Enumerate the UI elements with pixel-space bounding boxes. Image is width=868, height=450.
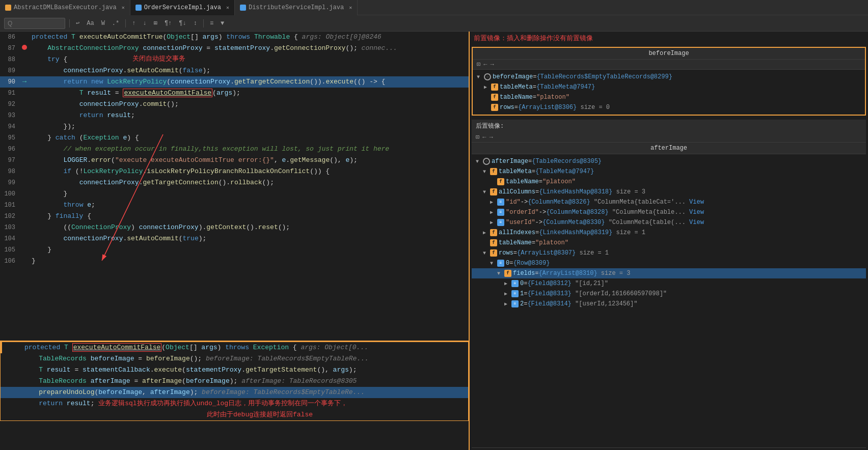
line-num-88: 88 — [0, 56, 19, 63]
after-val-id: {ColumnMeta@8326} — [528, 199, 590, 206]
toolbar-back[interactable]: ↩ — [74, 18, 82, 28]
tree-icon-oo-after: ○ — [483, 158, 490, 165]
toolbar-up[interactable]: ↑ — [130, 19, 138, 28]
after-view-orderid[interactable]: View — [686, 209, 704, 216]
before-toolbar-grid[interactable]: ⊡ — [477, 61, 480, 68]
tree-row-after-tablename[interactable]: f tableName = "platoon" — [472, 238, 866, 248]
before-image-header: beforeImage — [473, 48, 865, 60]
after-key-allcols: allColumns — [499, 188, 535, 195]
after-view-id[interactable]: View — [686, 199, 704, 206]
tab-order[interactable]: OrderServiceImpl.java ✕ — [130, 0, 235, 15]
toolbar-para-down[interactable]: ¶↓ — [177, 19, 188, 28]
code-line-90: 90 → return new LockRetryPolicy(connecti… — [0, 76, 469, 88]
line-num-102: 102 — [0, 213, 19, 220]
tree-row-after-root[interactable]: ▼ ○ afterImage = {TableRecords@8305} — [472, 156, 866, 166]
after-eq-fields: = — [535, 270, 538, 277]
tree-row-after-field0[interactable]: ▶ ≡ 0 = {Field@8312} "[id,21]" — [472, 278, 866, 289]
code-line-102: 102 } finally { — [0, 211, 469, 222]
code-line-101: 101 throw e; — [0, 200, 469, 211]
after-val-allcols: {LinkedHashMap@8318} — [539, 188, 612, 195]
toolbar-grid[interactable]: ⊞ — [152, 18, 159, 28]
line-content-99: connectionProxy.getTargetConnection().ro… — [30, 177, 469, 188]
line-content-105: } — [30, 244, 469, 256]
tab-abstract[interactable]: AbstractDMLBaseExecutor.java ✕ — [0, 0, 130, 15]
tree-arrow-after-id: ▶ — [490, 199, 497, 205]
top-right-label: 前置镜像：插入和删除操作没有前置镜像 — [470, 32, 868, 45]
toolbar-regex[interactable]: .* — [110, 19, 121, 28]
after-eq-field1: = — [524, 290, 527, 297]
tree-row-after-field2[interactable]: ▶ ≡ 2 = {Field@8314} "[userId,123456]" — [472, 299, 866, 309]
tree-row-after-rows[interactable]: ▼ f rows = {ArrayList@8307} size = 1 — [472, 248, 866, 258]
tree-row-after-allindexes[interactable]: ▶ f allIndexes = {LinkedHashMap@8319} si… — [472, 228, 866, 238]
toolbar-align[interactable]: ≡ — [208, 19, 215, 28]
tree-icon-list-field2: ≡ — [511, 300, 519, 307]
after-toolbar-grid[interactable]: ⊡ — [476, 133, 479, 141]
after-key-tablename-inner: tableName — [506, 178, 539, 185]
toolbar-para-up[interactable]: ¶↑ — [162, 19, 174, 28]
after-size-allcols: size = 3 — [612, 188, 645, 195]
tree-row-after-allcols[interactable]: ▼ f allColumns = {LinkedHashMap@8318} si… — [472, 187, 866, 197]
tree-row-after-tablemeta[interactable]: ▼ f tableMeta = {TableMeta@7947} — [472, 166, 866, 177]
bottom-content-4: prepareUndoLog(beforeImage, afterImage);… — [21, 387, 468, 398]
toolbar-w[interactable]: W — [99, 19, 107, 28]
after-extra-orderid: "ColumnMeta{table... — [609, 209, 686, 216]
line-num-105: 105 — [0, 246, 19, 254]
code-line-86: 86 protected T executeAutoCommitTrue(Obj… — [0, 32, 469, 43]
tree-row-before-tablename[interactable]: f tableName = "platoon" — [473, 92, 865, 102]
after-extra-userid: "ColumnMeta{table(... — [605, 219, 685, 226]
tree-row-before-rows[interactable]: f rows = {ArrayList@8306} size = 0 — [473, 102, 865, 112]
line-content-91: T result = executeAutoCommitFalse(args); — [30, 88, 469, 99]
toolbar: ↩ Aa W .* ↑ ↓ ⊞ ¶↑ ¶↓ ↕ ≡ ▼ — [0, 15, 868, 32]
after-view-userid[interactable]: View — [686, 219, 704, 226]
bottom-line-5: return result; 业务逻辑sql执行成功再执行插入undo_log日… — [1, 398, 468, 409]
tab-distribute[interactable]: DistributeServiceImpl.java ✕ — [235, 0, 358, 15]
search-input[interactable] — [8, 20, 53, 27]
tree-icon-f-tablemeta: f — [491, 83, 498, 91]
toolbar-arrows[interactable]: ↕ — [192, 19, 199, 28]
after-toolbar-forward[interactable]: → — [489, 134, 493, 141]
code-line-91: 91 T result = executeAutoCommitFalse(arg… — [0, 88, 469, 99]
tree-row-after-fields[interactable]: ▼ f fields = {ArrayList@8310} size = 3 — [472, 268, 866, 278]
after-extra-field1: "[orderId,1616660597098]" — [572, 290, 667, 297]
after-key-field2: 2 — [520, 300, 524, 307]
after-eq-orderid: -> — [539, 209, 546, 216]
before-toolbar-back[interactable]: ← — [483, 61, 487, 68]
tree-row-after-tablename-inner[interactable]: f tableName = "platoon" — [472, 177, 866, 187]
line-num-89: 89 — [0, 67, 19, 74]
line-num-96: 96 — [0, 146, 19, 153]
before-key-tablename: tableName — [500, 94, 533, 101]
toolbar-aa[interactable]: Aa — [85, 19, 96, 28]
search-box[interactable] — [4, 18, 65, 29]
line-num-94: 94 — [0, 123, 19, 130]
tree-icon-list-userid: ≡ — [497, 219, 504, 226]
tree-row-after-userid[interactable]: ▶ ≡ "userId" -> {ColumnMeta@8330} "Colum… — [472, 217, 866, 228]
tree-row-before-tablemeta[interactable]: ▶ f tableMeta = {TableMeta@7947} — [473, 82, 865, 92]
after-eq-root: = — [528, 158, 532, 165]
toolbar-down[interactable]: ↓ — [141, 19, 148, 28]
tree-row-after-field1[interactable]: ▶ ≡ 1 = {Field@8313} "[orderId,161666059… — [472, 289, 866, 299]
tree-arrow-after-orderid: ▶ — [490, 209, 497, 215]
code-line-98: 98 if (!LockRetryPolicy.isLockRetryPolic… — [0, 166, 469, 177]
tree-row-after-row0[interactable]: ▼ ≡ 0 = {Row@8309} — [472, 258, 866, 268]
tab-close-distribute[interactable]: ✕ — [349, 5, 352, 11]
after-image-tree: ▼ ○ afterImage = {TableRecords@8305} ▼ f… — [472, 154, 866, 311]
after-val-userid: {ColumnMeta@8330} — [542, 219, 605, 226]
before-val-tablemeta: {TableMeta@7947} — [536, 83, 595, 91]
code-line-104: 104 connectionProxy.setAutoCommit(true); — [0, 233, 469, 244]
code-line-92: 92 connectionProxy.commit(); — [0, 99, 469, 110]
before-toolbar-forward[interactable]: → — [490, 61, 494, 68]
before-image-toolbar: ⊡ ← → — [473, 60, 865, 70]
toolbar-filter[interactable]: ▼ — [219, 19, 226, 28]
tree-row-before-root[interactable]: ▼ ○ beforeImage = {TableRecords$EmptyTab… — [473, 72, 865, 82]
tab-bar: AbstractDMLBaseExecutor.java ✕ OrderServ… — [0, 0, 868, 15]
after-eq-allcols: = — [535, 188, 539, 195]
tab-close-order[interactable]: ✕ — [226, 5, 229, 11]
tree-row-after-orderid[interactable]: ▶ ≡ "orderId" -> {ColumnMeta@8328} "Colu… — [472, 207, 866, 217]
tree-row-after-id[interactable]: ▶ ≡ "id" -> {ColumnMeta@8326} "ColumnMet… — [472, 197, 866, 207]
tree-icon-list-field0: ≡ — [511, 280, 519, 287]
tab-close-abstract[interactable]: ✕ — [122, 5, 125, 11]
before-val-rows: {ArrayList@8306} — [518, 104, 577, 111]
after-toolbar-back[interactable]: ← — [482, 134, 486, 141]
line-content-90: return new LockRetryPolicy(connectionPro… — [30, 76, 469, 88]
tree-arrow-after-tablename-inner — [490, 179, 497, 185]
